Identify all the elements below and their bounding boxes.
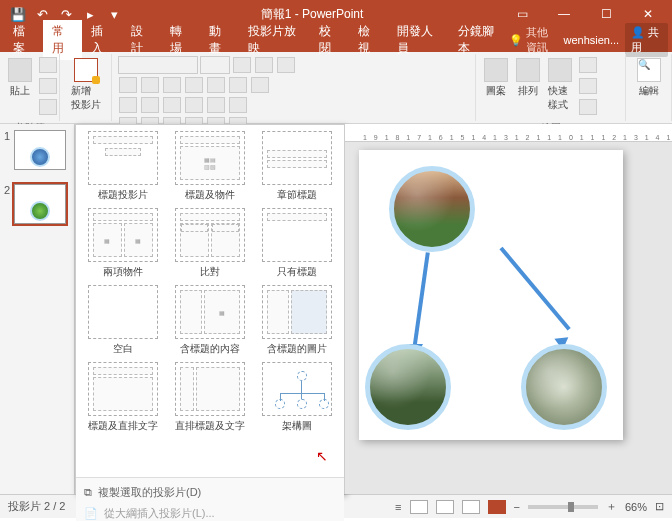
indent-inc-button[interactable] (185, 97, 203, 113)
thumb-number: 2 (4, 184, 10, 224)
shapes-icon (484, 58, 508, 82)
layout-label: 只有標題 (257, 265, 338, 279)
diagram-connector[interactable] (499, 247, 570, 331)
layout-option[interactable]: 架構圖 (257, 362, 338, 433)
italic-button[interactable] (141, 77, 159, 93)
zoom-out-button[interactable]: − (514, 501, 520, 513)
diagram-node-image[interactable] (365, 344, 451, 430)
fit-to-window-button[interactable]: ⊡ (655, 500, 664, 513)
layout-option[interactable]: 只有標題 (257, 208, 338, 279)
zoom-in-button[interactable]: ＋ (606, 499, 617, 514)
shrink-font-button[interactable] (255, 57, 273, 73)
layout-label: 標題及直排文字 (82, 419, 163, 433)
notes-button[interactable]: ≡ (395, 501, 401, 513)
layout-label: 架構圖 (257, 419, 338, 433)
styles-icon (548, 58, 572, 82)
user-name[interactable]: wenhsien... (563, 34, 619, 46)
layout-option[interactable]: 章節標題 (257, 131, 338, 202)
layout-label: 章節標題 (257, 188, 338, 202)
bold-button[interactable] (119, 77, 137, 93)
thumbnail-slide[interactable]: 1 (4, 130, 70, 170)
slide-canvas[interactable] (359, 150, 623, 440)
ruler-horizontal: 1 9 1 8 1 7 1 6 1 5 1 4 1 3 1 2 1 1 1 0 … (345, 124, 672, 142)
shapes-button[interactable]: 圖案 (482, 56, 510, 100)
layout-label: 含標題的內容 (169, 342, 250, 356)
share-button[interactable]: 👤 共用 (625, 23, 668, 57)
layout-option[interactable]: 直排標題及文字 (169, 362, 250, 433)
duplicate-slides-item[interactable]: ⧉複製選取的投影片(D) (82, 482, 338, 503)
thumb-preview-icon (30, 201, 50, 221)
text-direction-button[interactable] (229, 97, 247, 113)
bullets-button[interactable] (119, 97, 137, 113)
spacing-button[interactable] (229, 77, 247, 93)
cut-button[interactable] (39, 57, 57, 73)
layout-option[interactable]: ▦含標題的內容 (169, 285, 250, 356)
slide-thumbnails-panel: 1 2 (0, 124, 75, 494)
line-spacing-button[interactable] (207, 97, 225, 113)
lightbulb-icon: 💡 (509, 34, 523, 47)
normal-view-button[interactable] (410, 500, 428, 514)
reading-view-button[interactable] (462, 500, 480, 514)
new-slide-layout-gallery: 標題投影片▦▤▥▧標題及物件章節標題▦▦兩項物件比對只有標題空白▦含標題的內容含… (75, 124, 345, 494)
shape-effects-button[interactable] (579, 99, 597, 115)
duplicate-icon: ⧉ (84, 486, 92, 499)
font-family-input[interactable] (118, 56, 198, 74)
paste-button[interactable]: 貼上 (6, 56, 34, 100)
layout-option[interactable]: 標題及直排文字 (82, 362, 163, 433)
thumb-preview-icon (30, 147, 50, 167)
zoom-slider[interactable] (528, 505, 598, 509)
layout-label: 比對 (169, 265, 250, 279)
zoom-level[interactable]: 66% (625, 501, 647, 513)
copy-button[interactable] (39, 78, 57, 94)
from-outline-item[interactable]: 📄從大綱插入投影片(L)... (82, 503, 338, 521)
new-slide-icon (74, 58, 98, 82)
shape-outline-button[interactable] (579, 78, 597, 94)
layout-option[interactable]: 空白 (82, 285, 163, 356)
shape-fill-button[interactable] (579, 57, 597, 73)
tell-me[interactable]: 💡其他資訊 (509, 25, 557, 55)
shadow-button[interactable] (207, 77, 225, 93)
font-color-button[interactable] (251, 77, 269, 93)
strike-button[interactable] (185, 77, 203, 93)
format-painter-button[interactable] (39, 99, 57, 115)
layout-label: 空白 (82, 342, 163, 356)
layout-label: 直排標題及文字 (169, 419, 250, 433)
layout-option[interactable]: ▦▦兩項物件 (82, 208, 163, 279)
layout-label: 兩項物件 (82, 265, 163, 279)
arrange-icon (516, 58, 540, 82)
layout-option[interactable]: 含標題的圖片 (257, 285, 338, 356)
outline-icon: 📄 (84, 507, 98, 520)
underline-button[interactable] (163, 77, 181, 93)
slide-editor[interactable]: 1 9 1 8 1 7 1 6 1 5 1 4 1 3 1 2 1 1 1 0 … (345, 124, 672, 494)
quick-styles-button[interactable]: 快速樣式 (546, 56, 574, 114)
diagram-node-image[interactable] (521, 344, 607, 430)
thumbnail-slide[interactable]: 2 (4, 184, 70, 224)
slideshow-view-button[interactable] (488, 500, 506, 514)
editing-button[interactable]: 🔍編輯 (632, 56, 665, 100)
slide-counter[interactable]: 投影片 2 / 2 (8, 499, 65, 514)
numbering-button[interactable] (141, 97, 159, 113)
grow-font-button[interactable] (233, 57, 251, 73)
find-icon: 🔍 (637, 58, 661, 82)
indent-dec-button[interactable] (163, 97, 181, 113)
layout-option[interactable]: ▦▤▥▧標題及物件 (169, 131, 250, 202)
clear-format-button[interactable] (277, 57, 295, 73)
sorter-view-button[interactable] (436, 500, 454, 514)
font-size-input[interactable] (200, 56, 230, 74)
diagram-connector[interactable] (412, 252, 430, 350)
layout-label: 標題投影片 (82, 188, 163, 202)
layout-label: 標題及物件 (169, 188, 250, 202)
thumb-number: 1 (4, 130, 10, 170)
clipboard-icon (8, 58, 32, 82)
diagram-node-image[interactable] (389, 166, 475, 252)
layout-label: 含標題的圖片 (257, 342, 338, 356)
new-slide-button[interactable]: 新增 投影片 (66, 56, 105, 114)
layout-option[interactable]: 標題投影片 (82, 131, 163, 202)
arrange-button[interactable]: 排列 (514, 56, 542, 100)
layout-option[interactable]: 比對 (169, 208, 250, 279)
